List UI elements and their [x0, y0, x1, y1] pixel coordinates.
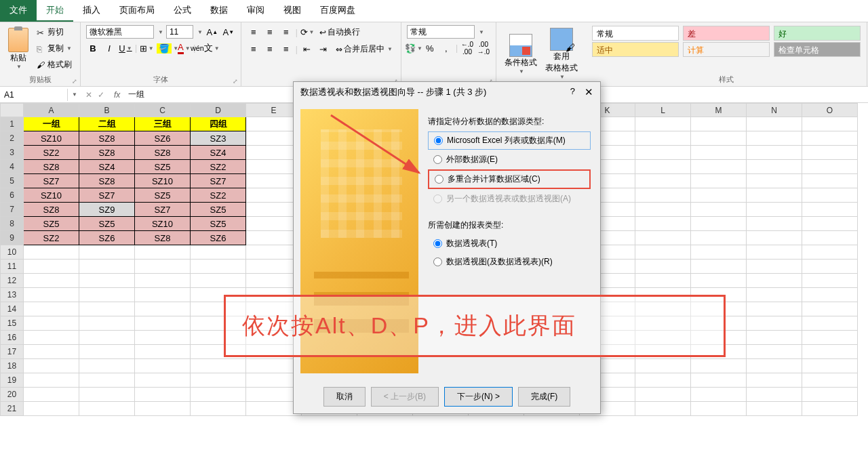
cell[interactable] [135, 359, 191, 373]
cell[interactable] [635, 160, 691, 174]
row-header[interactable]: 6 [1, 188, 24, 203]
dialog-launcher-icon[interactable]: ⤢ [233, 78, 238, 85]
cell[interactable] [691, 117, 747, 131]
column-header[interactable]: B [79, 104, 135, 117]
style-neutral[interactable]: 适中 [592, 42, 679, 57]
cell[interactable]: SZ6 [135, 131, 191, 146]
column-header[interactable]: C [135, 104, 191, 117]
cell[interactable] [135, 316, 191, 331]
cell[interactable] [135, 402, 191, 416]
cell[interactable] [135, 288, 191, 302]
cell[interactable] [691, 402, 747, 416]
cell[interactable] [802, 288, 858, 302]
cell[interactable]: SZ7 [79, 188, 135, 203]
cell[interactable]: SZ6 [191, 231, 246, 245]
cell[interactable] [24, 331, 79, 345]
font-size-select[interactable] [166, 25, 193, 39]
cell[interactable] [802, 217, 858, 231]
row-header[interactable]: 16 [1, 331, 24, 345]
cell[interactable] [635, 388, 691, 402]
select-all-corner[interactable] [1, 104, 24, 117]
tab-file[interactable]: 文件 [0, 0, 37, 22]
name-box[interactable] [0, 89, 68, 101]
cell[interactable]: SZ10 [24, 188, 79, 203]
cell[interactable] [135, 302, 191, 316]
increase-font-button[interactable]: A▲ [205, 25, 219, 39]
align-left-button[interactable]: ≡ [247, 43, 260, 56]
cell[interactable] [24, 260, 79, 274]
cell[interactable]: SZ6 [79, 231, 135, 245]
cell[interactable] [79, 245, 135, 260]
cancel-formula-icon[interactable]: ✕ [85, 90, 92, 100]
cell[interactable] [747, 245, 802, 260]
finish-button[interactable]: 完成(F) [518, 387, 570, 407]
cell[interactable]: SZ2 [191, 160, 246, 174]
cut-button[interactable]: 剪切 [34, 25, 75, 39]
cell[interactable] [691, 203, 747, 217]
percent-button[interactable]: % [423, 41, 437, 55]
orientation-button[interactable]: ⟳▼ [300, 26, 314, 39]
cell[interactable] [635, 274, 691, 288]
radio-excel-list[interactable]: Microsoft Excel 列表或数据库(M) [428, 131, 591, 150]
cell[interactable] [24, 288, 79, 302]
cell[interactable] [635, 117, 691, 131]
cell[interactable]: SZ5 [191, 203, 246, 217]
cell[interactable] [802, 131, 858, 146]
cell[interactable]: SZ10 [135, 217, 191, 231]
cell[interactable] [747, 160, 802, 174]
cell[interactable] [135, 373, 191, 388]
cell[interactable] [79, 260, 135, 274]
cell[interactable] [747, 302, 802, 316]
cell[interactable] [635, 203, 691, 217]
border-button[interactable]: ⊞▼ [140, 41, 153, 55]
cell[interactable] [747, 373, 802, 388]
increase-decimal-button[interactable]: ←.0.00 [460, 41, 474, 55]
cell[interactable]: SZ4 [191, 146, 246, 160]
cell[interactable] [747, 388, 802, 402]
align-top-button[interactable]: ≡ [247, 26, 260, 39]
dialog-close-button[interactable]: ✕ [585, 86, 593, 98]
cell[interactable]: SZ2 [24, 146, 79, 160]
cell[interactable] [79, 402, 135, 416]
row-header[interactable]: 2 [1, 131, 24, 146]
font-name-select[interactable] [86, 25, 154, 39]
cell[interactable] [635, 174, 691, 188]
cell[interactable] [691, 217, 747, 231]
row-header[interactable]: 19 [1, 373, 24, 388]
cell[interactable] [802, 146, 858, 160]
cell[interactable] [747, 146, 802, 160]
cell[interactable] [747, 174, 802, 188]
cell[interactable] [635, 217, 691, 231]
cell[interactable]: SZ9 [79, 203, 135, 217]
fx-icon[interactable]: fx [110, 90, 124, 100]
cell[interactable] [635, 188, 691, 203]
cell[interactable]: SZ2 [191, 188, 246, 203]
row-header[interactable]: 9 [1, 231, 24, 245]
cell[interactable] [191, 402, 246, 416]
cell[interactable]: 三组 [135, 117, 191, 131]
accounting-button[interactable]: 💱▼ [407, 41, 420, 55]
cell[interactable] [802, 188, 858, 203]
cell[interactable] [802, 174, 858, 188]
underline-button[interactable]: U▼ [119, 41, 132, 55]
cell[interactable]: SZ10 [24, 131, 79, 146]
column-header[interactable]: L [635, 104, 691, 117]
cell[interactable]: SZ5 [24, 217, 79, 231]
tab-page-layout[interactable]: 页面布局 [110, 0, 164, 22]
cell[interactable] [635, 131, 691, 146]
row-header[interactable]: 3 [1, 146, 24, 160]
tab-view[interactable]: 视图 [274, 0, 311, 22]
cell[interactable] [802, 302, 858, 316]
merge-center-button[interactable]: ⇔合并后居中▼ [333, 42, 395, 56]
cell[interactable] [747, 203, 802, 217]
next-button[interactable]: 下一步(N) > [444, 387, 513, 407]
style-calculation[interactable]: 计算 [683, 42, 770, 57]
cell[interactable] [24, 345, 79, 359]
column-header[interactable]: A [24, 104, 79, 117]
number-format-select[interactable] [407, 25, 475, 39]
column-header[interactable]: M [691, 104, 747, 117]
row-header[interactable]: 20 [1, 388, 24, 402]
column-header[interactable]: O [802, 104, 858, 117]
cell[interactable] [24, 402, 79, 416]
style-check[interactable]: 检查单元格 [774, 42, 861, 57]
